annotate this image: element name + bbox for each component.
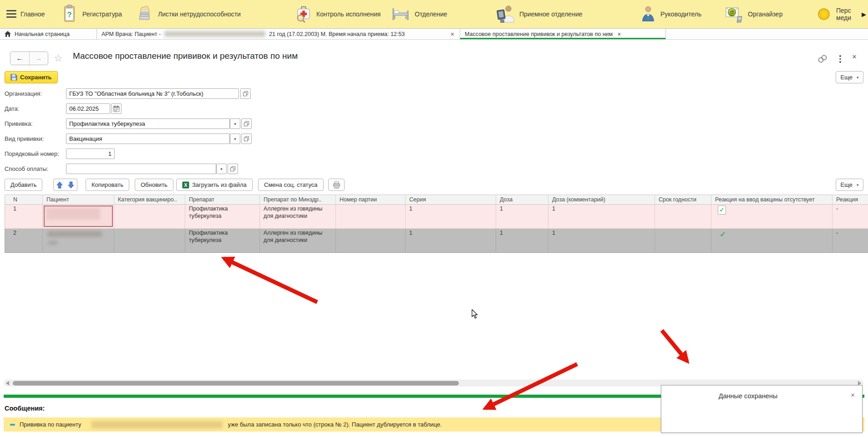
- kind-dropdown-icon[interactable]: ▾: [230, 134, 240, 144]
- back-button[interactable]: ←: [10, 52, 30, 65]
- form-more-button[interactable]: Еще ▾: [836, 71, 863, 83]
- cell-dose-comment[interactable]: 1: [548, 229, 655, 252]
- calendar-icon[interactable]: [111, 103, 122, 114]
- favorite-star-icon[interactable]: ☆: [54, 52, 63, 64]
- section-sick-leave[interactable]: Листки нетрудоспособности: [136, 0, 241, 28]
- section-control[interactable]: Контроль исполнения: [295, 0, 381, 28]
- cell-dose[interactable]: 1: [496, 229, 548, 252]
- cell-no-reaction[interactable]: ✓: [711, 229, 832, 252]
- payment-field-input[interactable]: [66, 164, 216, 174]
- cell-series[interactable]: 1: [406, 205, 496, 228]
- cell-category[interactable]: [114, 205, 185, 228]
- add-row-button[interactable]: Добавить: [5, 179, 42, 191]
- section-sick-leave-label: Листки нетрудоспособности: [158, 10, 241, 18]
- save-button[interactable]: Сохранить: [5, 71, 58, 83]
- cell-reaction[interactable]: -: [832, 205, 868, 228]
- kind-open-icon[interactable]: [241, 134, 252, 144]
- cell-n[interactable]: 1: [5, 205, 43, 228]
- tab-doctor-close-icon[interactable]: ×: [450, 31, 455, 38]
- column-header-series[interactable]: Серия: [406, 195, 496, 204]
- cell-drug-minzdrav[interactable]: Аллерген из говядины для диагностики: [260, 205, 336, 228]
- cell-batch[interactable]: [336, 205, 406, 228]
- org-open-icon[interactable]: [240, 88, 251, 99]
- section-personal-medicine-label: Перс меди: [836, 7, 851, 21]
- table-more-button[interactable]: Еще ▾: [836, 179, 863, 191]
- number-field-input[interactable]: [66, 149, 115, 159]
- scrollbar-thumb[interactable]: [13, 381, 459, 386]
- cell-dose[interactable]: 1: [496, 205, 548, 228]
- cell-drug[interactable]: Профилактика туберкулеза: [185, 229, 260, 252]
- print-button[interactable]: [328, 179, 345, 191]
- move-up-button[interactable]: [53, 179, 66, 191]
- selected-cell-outline[interactable]: [44, 206, 113, 227]
- forward-button[interactable]: →: [30, 52, 48, 65]
- vaccine-open-icon[interactable]: [241, 118, 252, 129]
- popup-close-icon[interactable]: ×: [851, 391, 855, 399]
- cell-n[interactable]: 2: [5, 229, 43, 252]
- cell-reaction[interactable]: -: [832, 229, 868, 252]
- tab-mass-close-icon[interactable]: ×: [616, 31, 622, 38]
- change-soc-status-label: Смена соц. статуса: [264, 181, 318, 188]
- redacted-patient-name: [46, 208, 100, 220]
- table-row-2-selected[interactable]: 2 Профилактика туберкулеза Аллерген из г…: [5, 229, 868, 253]
- cell-category[interactable]: [114, 229, 185, 252]
- move-down-button[interactable]: [65, 179, 77, 191]
- copy-row-button[interactable]: Копировать: [86, 179, 129, 191]
- column-header-patient[interactable]: Пациент: [43, 195, 114, 204]
- link-icon[interactable]: [817, 55, 828, 63]
- column-header-no-reaction[interactable]: Реакция на ввод вакцины отсутствует: [711, 195, 832, 204]
- scroll-right-icon[interactable]: [858, 381, 861, 386]
- change-soc-status-button[interactable]: Смена соц. статуса: [258, 179, 324, 191]
- date-field-input[interactable]: [66, 103, 110, 114]
- cell-drug-minzdrav[interactable]: Аллерген из говядины для диагностики: [260, 229, 336, 252]
- column-header-drug[interactable]: Препарат: [185, 195, 260, 204]
- cell-dose-comment[interactable]: 1: [548, 205, 655, 228]
- column-header-category[interactable]: Категория вакциниро..: [114, 195, 185, 204]
- cell-no-reaction[interactable]: ✓: [711, 205, 832, 228]
- column-header-drug-minzdrav[interactable]: Препарат по Минздр..: [260, 195, 336, 204]
- payment-field-label: Способ оплаты:: [5, 165, 48, 172]
- column-header-n[interactable]: N: [5, 195, 43, 204]
- section-registry[interactable]: ? Регистратура: [61, 0, 122, 28]
- column-header-reaction[interactable]: Реакция: [832, 195, 868, 204]
- scroll-left-icon[interactable]: [6, 381, 9, 386]
- tab-home[interactable]: Начальная страница: [0, 29, 97, 39]
- cell-batch[interactable]: [336, 229, 406, 252]
- load-from-file-button[interactable]: X Загрузить из файла: [176, 179, 253, 191]
- vaccine-dropdown-icon[interactable]: ▾: [230, 118, 240, 129]
- sections-overflow-icon[interactable]: ▶: [862, 11, 866, 18]
- section-admission[interactable]: Приемное отделение: [496, 0, 582, 28]
- cell-expiry[interactable]: [655, 205, 711, 228]
- section-department[interactable]: Отделение: [391, 0, 447, 28]
- table-row-1[interactable]: 1 Профилактика туберкулеза Аллерген из г…: [5, 205, 868, 229]
- more-menu-dots-icon[interactable]: [839, 55, 841, 64]
- payment-dropdown-icon[interactable]: ▾: [216, 164, 227, 174]
- section-manager[interactable]: Руководитель: [640, 0, 701, 28]
- tab-doctor-arm[interactable]: АРМ Врача: Пациент - 21 год (17.02.2003)…: [97, 29, 460, 39]
- column-header-batch[interactable]: Номер партии: [336, 195, 406, 204]
- form-close-icon[interactable]: ×: [852, 52, 857, 62]
- section-main[interactable]: Главное: [20, 0, 45, 28]
- section-personal-medicine[interactable]: Перс меди: [816, 0, 851, 28]
- table-header-row: N Пациент Категория вакциниро.. Препарат…: [5, 195, 868, 205]
- clipboard-icon: ?: [61, 4, 78, 24]
- payment-open-icon[interactable]: [228, 164, 238, 174]
- form-more-label: Еще: [841, 74, 853, 81]
- kind-field-input[interactable]: [66, 134, 230, 144]
- cell-patient[interactable]: [43, 205, 114, 228]
- cell-series[interactable]: 1: [406, 229, 496, 252]
- column-header-dose[interactable]: Доза: [496, 195, 548, 204]
- hamburger-menu-icon[interactable]: [6, 10, 16, 18]
- no-reaction-checkbox[interactable]: ✓: [718, 206, 726, 215]
- section-organizer[interactable]: @ Органайзер: [725, 0, 782, 28]
- refresh-button[interactable]: Обновить: [135, 179, 173, 191]
- org-field-input[interactable]: [66, 88, 239, 99]
- cell-drug[interactable]: Профилактика туберкулеза: [185, 205, 260, 228]
- section-manager-label: Руководитель: [660, 10, 701, 18]
- column-header-dose-comment[interactable]: Доза (комментарий): [548, 195, 655, 204]
- cell-patient[interactable]: [43, 229, 114, 252]
- vaccine-field-input[interactable]: [66, 118, 230, 129]
- column-header-expiry[interactable]: Срок годности: [655, 195, 711, 204]
- tab-mass-vaccination[interactable]: Массовое проставление прививок и результ…: [460, 29, 666, 39]
- cell-expiry[interactable]: [655, 229, 711, 252]
